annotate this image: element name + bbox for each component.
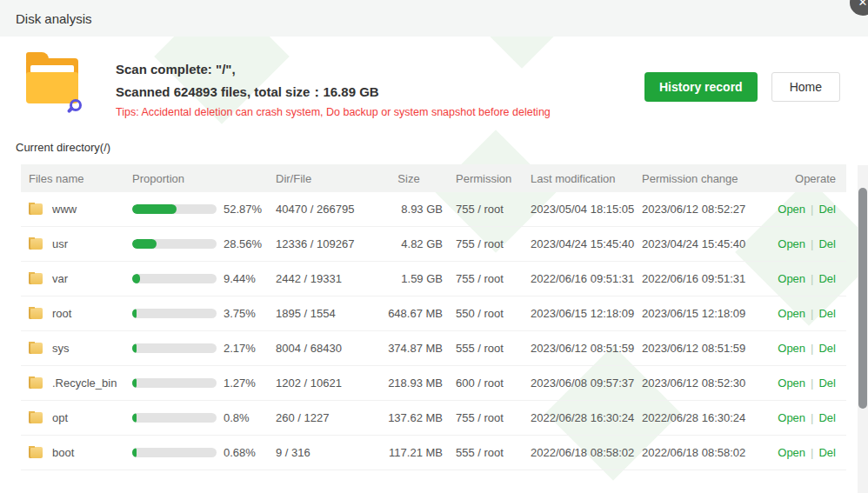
open-link[interactable]: Open (778, 411, 805, 424)
col-size: Size (380, 172, 443, 185)
dir-file-count: 1202 / 10621 (276, 376, 380, 390)
col-permission: Permission (443, 172, 531, 185)
proportion-bar-fill (132, 378, 137, 388)
del-link[interactable]: Del (818, 237, 836, 250)
size-value: 117.21 MB (380, 446, 443, 459)
operate-separator: | (811, 237, 813, 250)
proportion-value: 2.17% (224, 342, 256, 355)
folder-icon (29, 273, 43, 284)
close-icon: ✕ (858, 0, 868, 9)
open-link[interactable]: Open (778, 376, 805, 390)
del-link[interactable]: Del (818, 272, 836, 285)
file-name: root (52, 307, 71, 320)
permission-change-value: 2023/06/15 12:18:09 (642, 307, 755, 320)
table-row: boot 0.68% 9 / 316 117.21 MB 555 / root … (21, 436, 846, 470)
operate-separator: | (811, 342, 813, 355)
dir-file-count: 2442 / 19331 (276, 272, 380, 285)
size-value: 8.93 GB (380, 203, 443, 216)
dir-file-count: 9 / 316 (276, 446, 380, 459)
table-row: usr 28.56% 12336 / 109267 4.82 GB 755 / … (21, 227, 846, 262)
folder-front-shape (26, 72, 78, 103)
table-row: root 3.75% 1895 / 1554 648.67 MB 550 / r… (21, 296, 846, 331)
proportion-bar-fill (132, 343, 137, 353)
permission-change-value: 2022/06/16 09:51:31 (642, 272, 755, 285)
current-directory-label: Current directory(/) (0, 129, 868, 164)
header-buttons: History record Home (644, 72, 840, 102)
table-row: www 52.87% 40470 / 266795 8.93 GB 755 / … (21, 192, 846, 227)
operate-separator: | (811, 203, 813, 216)
history-record-button[interactable]: History record (644, 72, 758, 102)
table-row: sys 2.17% 8004 / 68430 374.87 MB 555 / r… (21, 331, 846, 366)
col-dir-file: Dir/File (276, 172, 380, 185)
col-files-name: Files name (21, 172, 132, 185)
del-link[interactable]: Del (818, 342, 836, 355)
size-value: 137.62 MB (380, 411, 443, 424)
proportion-bar (132, 343, 217, 353)
proportion-bar (132, 274, 217, 283)
open-link[interactable]: Open (778, 203, 805, 216)
size-value: 4.82 GB (380, 237, 443, 250)
permission-value: 555 / root (443, 446, 531, 459)
proportion-bar (132, 413, 217, 423)
permission-change-value: 2023/06/12 08:52:30 (642, 376, 755, 390)
col-operate: Operate (755, 172, 846, 185)
permission-value: 600 / root (443, 376, 531, 390)
dir-file-count: 1895 / 1554 (276, 307, 380, 320)
size-value: 374.87 MB (380, 342, 443, 355)
scrollbar-thumb[interactable] (858, 188, 867, 409)
proportion-value: 9.44% (224, 272, 256, 285)
last-modification-value: 2023/05/04 18:15:05 (531, 203, 642, 216)
folder-icon (29, 447, 43, 458)
file-name: var (52, 272, 68, 285)
size-value: 1.59 GB (380, 272, 443, 285)
proportion-bar-fill (132, 274, 140, 283)
last-modification-value: 2023/04/24 15:45:40 (531, 237, 642, 250)
del-link[interactable]: Del (818, 307, 836, 320)
permission-change-value: 2022/06/18 08:58:02 (642, 446, 755, 459)
scan-summary-section: Scan complete: "/", Scanned 624893 files… (0, 37, 868, 129)
proportion-value: 0.8% (224, 411, 250, 424)
open-link[interactable]: Open (778, 237, 805, 250)
permission-value: 550 / root (443, 307, 531, 320)
file-name: opt (52, 411, 68, 424)
size-value: 218.93 MB (380, 376, 443, 390)
open-link[interactable]: Open (778, 307, 805, 320)
open-link[interactable]: Open (778, 272, 805, 285)
home-button[interactable]: Home (771, 72, 840, 102)
proportion-bar-fill (132, 413, 137, 423)
proportion-bar-fill (132, 309, 137, 318)
open-link[interactable]: Open (778, 342, 805, 355)
window-titlebar: Disk analysis (0, 0, 868, 37)
col-last-modification: Last modification (531, 172, 642, 185)
scan-complete-text: Scan complete: "/", (116, 58, 551, 81)
last-modification-value: 2023/06/15 12:18:09 (531, 307, 642, 320)
dir-file-count: 40470 / 266795 (276, 203, 380, 216)
last-modification-value: 2023/06/12 08:51:59 (531, 342, 642, 355)
open-link[interactable]: Open (778, 446, 805, 459)
del-link[interactable]: Del (818, 376, 836, 390)
table-row: var 9.44% 2442 / 19331 1.59 GB 755 / roo… (21, 262, 846, 296)
file-name: boot (52, 446, 74, 459)
folder-search-icon (26, 57, 78, 103)
folder-icon (29, 343, 43, 354)
permission-value: 755 / root (443, 272, 531, 285)
scan-text-block: Scan complete: "/", Scanned 624893 files… (116, 57, 551, 118)
last-modification-value: 2023/06/08 09:57:37 (531, 376, 642, 390)
folder-icon (29, 308, 43, 319)
del-link[interactable]: Del (818, 446, 836, 459)
del-link[interactable]: Del (818, 203, 836, 216)
table-body: www 52.87% 40470 / 266795 8.93 GB 755 / … (21, 192, 846, 470)
scrollbar-track[interactable] (858, 165, 868, 493)
operate-separator: | (811, 272, 813, 285)
permission-change-value: 2022/06/28 16:30:24 (642, 411, 755, 424)
folder-icon (29, 377, 43, 389)
del-link[interactable]: Del (818, 411, 836, 424)
proportion-value: 3.75% (224, 307, 256, 320)
magnifier-icon (70, 99, 82, 111)
dir-file-count: 260 / 1227 (276, 411, 380, 424)
permission-value: 755 / root (443, 237, 531, 250)
proportion-bar (132, 204, 217, 214)
proportion-value: 52.87% (224, 203, 262, 216)
operate-separator: | (811, 376, 813, 390)
proportion-bar (132, 309, 217, 318)
